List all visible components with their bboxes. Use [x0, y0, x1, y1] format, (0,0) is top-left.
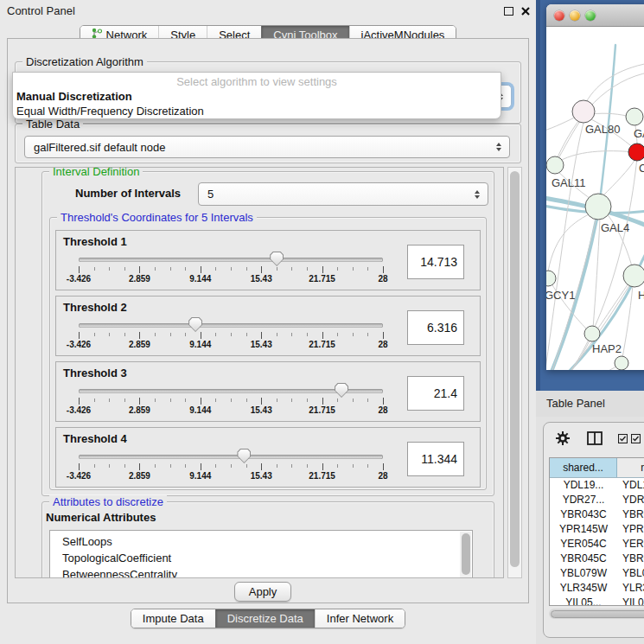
- network-canvas[interactable]: GAL80 GA C GAL11 GAL4 GCY1 H HAP2: [546, 28, 644, 370]
- node-gal11[interactable]: [546, 156, 564, 174]
- gear-icon[interactable]: [556, 431, 570, 448]
- tab-impute-data[interactable]: Impute Data: [131, 609, 215, 628]
- table-cell[interactable]: YER054C: [550, 537, 617, 552]
- table-cell[interactable]: YLR345W: [550, 581, 617, 596]
- node-gal80[interactable]: [572, 100, 595, 123]
- table-row[interactable]: YPR145WYPR1: [550, 522, 644, 537]
- cyni-toolbox-panel: Discretization Algorithm Select algorith…: [7, 38, 529, 603]
- table-row[interactable]: YBL079WYBL0: [550, 566, 644, 581]
- table-cell[interactable]: YBL0: [617, 566, 644, 581]
- table-cell[interactable]: YIL05...: [550, 596, 617, 606]
- node-partial-bottom[interactable]: [615, 356, 628, 370]
- scrollbar-thumb[interactable]: [510, 171, 520, 567]
- slider-thumb[interactable]: [237, 449, 251, 463]
- table-cell[interactable]: YPR1: [617, 522, 644, 537]
- table-cell[interactable]: YDL1: [617, 478, 644, 493]
- table-panel-titlebar: Table Panel: [536, 391, 644, 417]
- tab-infer-network-label: Infer Network: [327, 609, 393, 628]
- threshold-2-panel: Threshold 2 -3.4262.8599.14415.4321.7152…: [55, 296, 481, 356]
- attribute-list-item[interactable]: TopologicalCoefficient: [50, 550, 472, 566]
- table-data-combobox[interactable]: galFiltered.sif default node: [24, 136, 510, 158]
- node-gal4[interactable]: [585, 194, 611, 220]
- table-cell[interactable]: YPR145W: [550, 522, 617, 537]
- column-header-shared-name[interactable]: shared...: [550, 458, 617, 477]
- slider-thumb[interactable]: [188, 317, 202, 332]
- table-cell[interactable]: YDL19...: [550, 478, 617, 493]
- slider-ticks: [79, 332, 383, 340]
- slider-thumb[interactable]: [335, 383, 348, 398]
- slider-thumb[interactable]: [270, 252, 284, 266]
- table-cell[interactable]: YBR0: [617, 552, 644, 566]
- threshold-1-panel: Threshold 1 -3.4262.8599.14415.4321.7152…: [55, 230, 481, 290]
- table-row[interactable]: YLR345WYLR3: [550, 581, 644, 596]
- node-partial-top-right[interactable]: [626, 108, 643, 125]
- slider-tick-labels: -3.4262.8599.14415.4321.71528: [79, 340, 383, 351]
- table-row[interactable]: YDL19...YDL1: [550, 478, 644, 493]
- table-cell[interactable]: YBR043C: [550, 507, 617, 522]
- table-cell[interactable]: YBR045C: [550, 552, 617, 566]
- table-row[interactable]: YBR045CYBR0: [550, 552, 644, 566]
- table-row[interactable]: YER054CYER0: [550, 537, 644, 552]
- settings-scrollbar[interactable]: [507, 167, 522, 578]
- table-data-group: Table Data galFiltered.sif default node: [15, 124, 521, 163]
- thresholds-group-title: Threshold's Coordinates for 5 Intervals: [57, 211, 257, 224]
- threshold-4-value-field[interactable]: [407, 442, 464, 476]
- slider-track[interactable]: [79, 258, 383, 262]
- zoom-traffic-light[interactable]: [585, 10, 596, 21]
- slider-tick-labels: -3.4262.8599.14415.4321.71528: [79, 405, 383, 417]
- table-cell[interactable]: YBR0: [617, 507, 644, 522]
- list-scrollbar[interactable]: [460, 532, 471, 578]
- table-horizontal-scrollbar[interactable]: [549, 609, 644, 619]
- tab-infer-network[interactable]: Infer Network: [315, 609, 405, 628]
- apply-button[interactable]: Apply: [234, 582, 291, 602]
- table-toolbar: [544, 423, 644, 454]
- table-cell[interactable]: YDR27...: [550, 493, 617, 507]
- numerical-attributes-label: Numerical Attributes: [46, 511, 156, 524]
- table-row[interactable]: YIL05...YIL0: [550, 596, 644, 606]
- table-row[interactable]: YBR043CYBR0: [550, 507, 644, 522]
- control-panel-titlebar: Control Panel: [0, 0, 536, 22]
- node-label-gal80: GAL80: [585, 123, 620, 136]
- control-panel-title: Control Panel: [7, 0, 75, 22]
- attribute-list-item[interactable]: BetweennessCentrality: [50, 566, 472, 578]
- checkbox-icon[interactable]: [618, 433, 628, 446]
- table-cell[interactable]: YDR2: [617, 493, 644, 507]
- table-cell[interactable]: YBL079W: [550, 566, 617, 581]
- node-gcy1[interactable]: [546, 271, 556, 286]
- threshold-3-value-field[interactable]: [407, 376, 464, 411]
- tab-discretize-data[interactable]: Discretize Data: [215, 609, 315, 628]
- slider-track[interactable]: [79, 323, 383, 328]
- split-columns-icon[interactable]: [587, 431, 603, 448]
- table-row[interactable]: YDR27...YDR2: [550, 493, 644, 507]
- attributes-group: Attributes to discretize Numerical Attri…: [41, 501, 494, 578]
- scrollbar-thumb[interactable]: [551, 610, 644, 618]
- slider-track[interactable]: [79, 455, 383, 459]
- node-highlighted-red[interactable]: [628, 143, 644, 161]
- close-icon[interactable]: [520, 6, 531, 16]
- popup-item-manual-discretization[interactable]: Manual Discretization: [16, 89, 498, 104]
- interval-definition-title: Interval Definition: [49, 167, 143, 178]
- node-label-partial-c: C: [639, 162, 644, 175]
- algorithm-hint: Select algorithm to view settings: [13, 75, 501, 88]
- table-cell[interactable]: YER0: [617, 537, 644, 552]
- minimize-traffic-light[interactable]: [570, 10, 580, 21]
- number-of-intervals-label: Number of Intervals: [75, 187, 181, 200]
- checkbox-icon[interactable]: [631, 433, 641, 446]
- close-traffic-light[interactable]: [554, 10, 564, 21]
- table-cell[interactable]: YIL0: [617, 596, 644, 606]
- float-window-icon[interactable]: [504, 7, 513, 16]
- network-window-titlebar[interactable]: [546, 4, 644, 27]
- popup-item-equal-width-frequency[interactable]: Equal Width/Frequency Discretization: [16, 104, 498, 118]
- threshold-2-value-field[interactable]: [407, 310, 464, 345]
- table-cell[interactable]: YLR3: [617, 581, 644, 596]
- node-h[interactable]: [623, 265, 644, 287]
- number-of-intervals-combobox[interactable]: 5: [198, 182, 488, 206]
- node-label-partial-h: H: [638, 289, 644, 302]
- attribute-list-item[interactable]: SelfLoops: [50, 533, 472, 550]
- threshold-1-value-field[interactable]: [407, 245, 464, 279]
- node-hap2[interactable]: [584, 326, 600, 341]
- column-header-name[interactable]: na: [617, 458, 644, 477]
- node-label-gcy1: GCY1: [546, 289, 575, 302]
- combo-arrows-icon: [496, 143, 501, 151]
- slider-ticks: [79, 463, 383, 471]
